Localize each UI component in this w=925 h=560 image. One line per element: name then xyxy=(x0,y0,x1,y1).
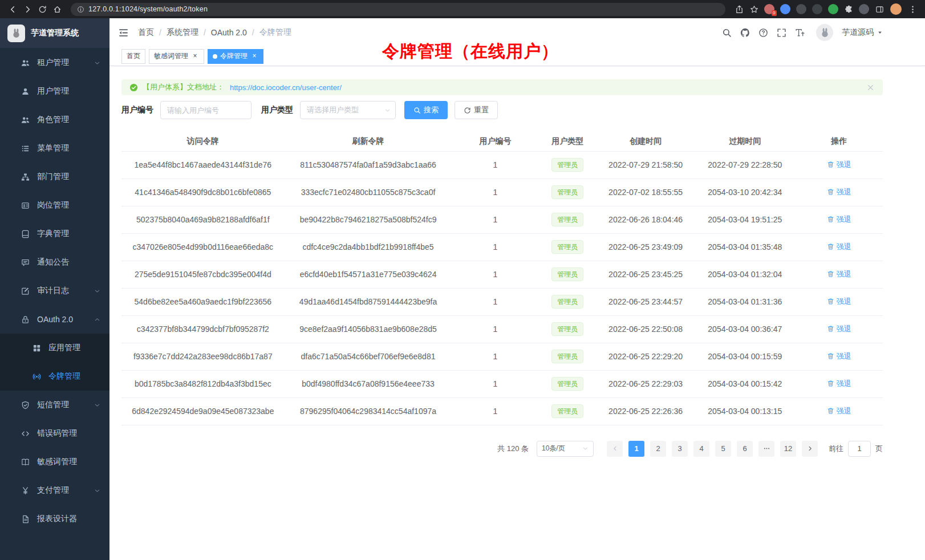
app-logo[interactable]: 芋道管理系统 xyxy=(0,18,109,48)
sidebar-item-report[interactable]: 报表设计器 xyxy=(0,505,109,533)
sidebar-item-post[interactable]: 岗位管理 xyxy=(0,191,109,220)
browser-forward-button[interactable] xyxy=(21,2,34,16)
expire-time-cell: 2054-03-04 00:15:42 xyxy=(695,370,795,397)
side-panel-button[interactable] xyxy=(873,2,886,16)
force-logout-button[interactable]: 强退 xyxy=(827,297,851,307)
user-type-cell: 管理员 xyxy=(539,151,597,178)
extension-icon[interactable] xyxy=(828,4,838,14)
user-id-cell: 1 xyxy=(452,343,538,370)
page-button-5[interactable]: 5 xyxy=(715,441,731,457)
sidebar-item-oauth-app[interactable]: 应用管理 xyxy=(0,334,109,362)
force-logout-button[interactable]: 强退 xyxy=(827,160,851,170)
prev-page-button[interactable] xyxy=(607,441,623,457)
more-pages-button[interactable] xyxy=(758,441,774,457)
search-button[interactable]: 搜索 xyxy=(404,101,448,119)
browser-menu-button[interactable] xyxy=(906,2,919,16)
force-logout-button[interactable]: 强退 xyxy=(827,324,851,334)
browser-home-button[interactable] xyxy=(50,2,64,16)
page-button-3[interactable]: 3 xyxy=(672,441,688,457)
refresh-token-cell: 49d1aa46d1454fbd87591444423be9fa xyxy=(285,288,452,315)
search-icon[interactable] xyxy=(722,28,732,38)
column-header: 操作 xyxy=(795,132,883,151)
trash-icon xyxy=(827,270,834,278)
force-logout-button[interactable]: 强退 xyxy=(827,242,851,252)
tab-敏感词管理[interactable]: 敏感词管理× xyxy=(149,49,204,64)
font-size-icon[interactable] xyxy=(795,28,805,38)
user-menu[interactable]: 芋道源码 xyxy=(842,27,883,38)
fullscreen-icon[interactable] xyxy=(777,28,786,38)
sidebar-item-role[interactable]: 角色管理 xyxy=(0,105,109,134)
page-button-2[interactable]: 2 xyxy=(650,441,666,457)
sidebar-item-errcode[interactable]: 错误码管理 xyxy=(0,419,109,448)
sidebar-item-sensitive[interactable]: 敏感词管理 xyxy=(0,448,109,476)
user-type-tag: 管理员 xyxy=(551,213,583,226)
action-cell: 强退 xyxy=(795,315,883,343)
force-logout-button[interactable]: 强退 xyxy=(827,351,851,362)
sidebar-item-dict[interactable]: 字典管理 xyxy=(0,220,109,248)
sidebar-item-oauth-token[interactable]: 令牌管理 xyxy=(0,362,109,391)
sidebar-item-sms[interactable]: 短信管理 xyxy=(0,391,109,419)
tab-close-icon[interactable]: × xyxy=(250,52,258,60)
breadcrumb-item[interactable]: OAuth 2.0 xyxy=(211,28,247,37)
tab-首页[interactable]: 首页 xyxy=(121,49,145,64)
github-icon[interactable] xyxy=(740,28,750,38)
table-row: c347026e805e4d99b0d116eae66eda8ccdfc4ce9… xyxy=(121,233,883,261)
address-bar[interactable]: 127.0.0.1:1024/system/oauth2/token xyxy=(71,3,725,16)
user-id-cell: 1 xyxy=(452,151,538,178)
page-button-1[interactable]: 1 xyxy=(628,441,644,457)
help-icon[interactable] xyxy=(758,28,768,38)
app-title: 芋道管理系统 xyxy=(31,28,79,38)
force-logout-button[interactable]: 强退 xyxy=(827,187,851,197)
user-type-select[interactable]: 请选择用户类型 xyxy=(300,101,396,119)
sidebar-item-menu[interactable]: 菜单管理 xyxy=(0,134,109,163)
tab-close-icon[interactable]: × xyxy=(191,52,199,60)
browser-back-button[interactable] xyxy=(6,2,19,16)
breadcrumb-item[interactable]: 首页 xyxy=(138,27,154,38)
table-row: 502375b8040a469a9b82188afdf6af1fbe90422b… xyxy=(121,206,883,233)
share-button[interactable] xyxy=(732,2,746,16)
action-cell: 强退 xyxy=(795,288,883,315)
sidebar-toggle-button[interactable] xyxy=(118,27,129,38)
extension-icon[interactable] xyxy=(796,4,806,14)
sidebar-item-label: 应用管理 xyxy=(48,343,80,353)
sidebar-item-oauth[interactable]: OAuth 2.0 xyxy=(0,305,109,334)
force-logout-button[interactable]: 强退 xyxy=(827,214,851,225)
action-cell: 强退 xyxy=(795,151,883,178)
extensions-menu-button[interactable] xyxy=(842,2,855,16)
expire-time-cell: 2054-03-10 20:42:34 xyxy=(695,178,795,206)
browser-profile-avatar[interactable] xyxy=(890,3,902,15)
page-button-4[interactable]: 4 xyxy=(693,441,709,457)
sidebar-item-notice[interactable]: 通知公告 xyxy=(0,248,109,277)
main: 首页/系统管理/OAuth 2.0/令牌管理 芋道源码 令牌管理（在线用户） 首… xyxy=(109,18,925,560)
user-avatar[interactable] xyxy=(816,24,833,41)
sidebar-item-tenant[interactable]: 租户管理 xyxy=(0,48,109,77)
reset-button[interactable]: 重置 xyxy=(455,101,498,119)
sidebar-item-dept[interactable]: 部门管理 xyxy=(0,163,109,191)
goto-page-input[interactable] xyxy=(848,441,871,457)
force-logout-button[interactable]: 强退 xyxy=(827,379,851,389)
sidebar-item-pay[interactable]: 支付管理 xyxy=(0,476,109,505)
chevron-down-icon xyxy=(94,288,100,294)
page-size-select[interactable]: 10条/页 xyxy=(537,441,594,457)
pagination: 共 120 条 10条/页 12345612 前往 页 xyxy=(121,441,883,457)
alert-link[interactable]: https://doc.iocoder.cn/user-center/ xyxy=(230,83,342,92)
user-id-input[interactable] xyxy=(160,101,251,119)
sidebar-item-user[interactable]: 用户管理 xyxy=(0,77,109,105)
site-info-icon[interactable] xyxy=(77,6,84,13)
page-button-12[interactable]: 12 xyxy=(780,441,796,457)
extension-icon[interactable] xyxy=(859,4,869,14)
extension-icon[interactable] xyxy=(812,4,822,14)
next-page-button[interactable] xyxy=(802,441,818,457)
alert-close-icon[interactable] xyxy=(866,83,875,92)
force-logout-button[interactable]: 强退 xyxy=(827,269,851,279)
page-button-6[interactable]: 6 xyxy=(737,441,753,457)
extension-icon[interactable] xyxy=(780,4,790,14)
tab-令牌管理[interactable]: 令牌管理× xyxy=(208,49,263,64)
breadcrumb: 首页/系统管理/OAuth 2.0/令牌管理 xyxy=(138,27,291,38)
force-logout-button[interactable]: 强退 xyxy=(827,406,851,416)
bookmark-button[interactable] xyxy=(747,2,761,16)
browser-reload-button[interactable] xyxy=(35,2,49,16)
extension-icon[interactable]: 0 xyxy=(764,4,774,14)
sidebar-item-audit-log[interactable]: 审计日志 xyxy=(0,277,109,305)
breadcrumb-item[interactable]: 系统管理 xyxy=(167,27,198,38)
